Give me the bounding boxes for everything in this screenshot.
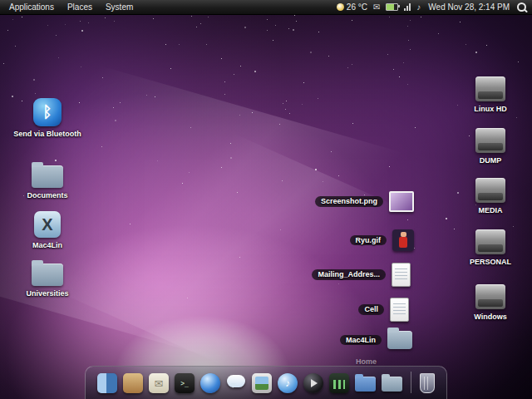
desktop-icon-mailing-address[interactable]: Mailing_Addres...	[312, 263, 411, 287]
sprite-file-icon	[392, 229, 414, 251]
hard-drive-icon	[475, 128, 505, 153]
media-player-icon[interactable]	[303, 373, 323, 393]
battery-icon[interactable]	[386, 3, 398, 11]
weather-temp: 26 °C	[347, 2, 367, 12]
menu-places[interactable]: Places	[62, 2, 98, 12]
mail-app-icon[interactable]	[149, 373, 169, 393]
folder-icon	[32, 264, 63, 286]
music-player-icon[interactable]	[278, 373, 298, 393]
chat-icon[interactable]	[226, 373, 246, 393]
folder-icon	[387, 331, 412, 349]
clock-applet[interactable]: Wed Nov 28, 2:14 PM	[426, 2, 511, 12]
home-folder-label: Home	[356, 357, 377, 366]
hard-drive-icon	[475, 284, 505, 309]
icon-label: Mac4Lin	[340, 335, 382, 345]
network-icon[interactable]	[404, 3, 411, 11]
trash-icon[interactable]	[420, 373, 435, 393]
icon-label: Linux HD	[474, 105, 507, 113]
menu-group: Applications Places System	[3, 2, 139, 12]
desktop-icon-ryu-gif[interactable]: Ryu.gif	[350, 229, 415, 251]
weather-applet[interactable]: 26 °C	[337, 2, 367, 12]
desktop-icon-mac4lin-folder[interactable]: Mac4Lin	[340, 331, 412, 349]
documents-folder-icon[interactable]	[355, 377, 376, 392]
icon-label: Mac4Lin	[32, 241, 62, 249]
icon-label: Documents	[27, 191, 67, 200]
icon-label: Mailing_Addres...	[312, 269, 386, 279]
system-monitor-icon[interactable]	[329, 373, 349, 393]
bluetooth-icon	[33, 98, 62, 126]
icon-label: Cell	[358, 304, 384, 314]
icon-label: Send via Bluetooth	[13, 130, 81, 138]
document-file-icon	[392, 263, 411, 287]
folder-icon	[32, 165, 63, 188]
desktop-icon-media[interactable]: MEDIA	[459, 178, 522, 214]
icon-label: Windows	[474, 313, 506, 321]
icon-label: MEDIA	[479, 206, 503, 214]
image-file-icon	[389, 191, 414, 212]
file-manager-icon[interactable]	[97, 373, 117, 393]
desktop-icon-documents[interactable]: Documents	[12, 161, 82, 200]
desktop-icon-dump[interactable]: DUMP	[459, 128, 522, 165]
desktop[interactable]: Send via Bluetooth Documents Mac4Lin Uni…	[0, 15, 532, 399]
weather-icon	[337, 3, 344, 11]
icon-label: PERSONAL	[470, 258, 511, 266]
desktop-icon-universities[interactable]: Universities	[12, 259, 82, 298]
menu-system[interactable]: System	[100, 2, 139, 12]
desktop-icon-personal[interactable]: PERSONAL	[459, 229, 522, 266]
system-tray: 26 °C ✉ ♪ Wed Nov 28, 2:14 PM	[337, 2, 529, 12]
photos-icon[interactable]	[252, 373, 272, 393]
package-manager-icon[interactable]	[123, 373, 143, 393]
icon-label: Universities	[26, 289, 68, 298]
search-icon[interactable]	[517, 2, 526, 12]
desktop-icon-mac4lin-app[interactable]: Mac4Lin	[12, 211, 82, 249]
dock-separator	[411, 372, 411, 393]
dock	[85, 366, 447, 399]
desktop-icon-linux-hd[interactable]: Linux HD	[459, 76, 522, 113]
icon-label: Screenshot.png	[315, 196, 383, 206]
volume-icon[interactable]: ♪	[416, 3, 421, 12]
terminal-icon[interactable]	[175, 373, 195, 393]
menubar: Applications Places System 26 °C ✉ ♪ Wed…	[0, 0, 532, 15]
mail-tray-icon[interactable]: ✉	[373, 3, 380, 12]
icon-label: Ryu.gif	[350, 235, 387, 245]
icon-label: DUMP	[480, 156, 502, 165]
document-file-icon	[390, 298, 409, 322]
hard-drive-icon	[475, 76, 505, 101]
hard-drive-icon	[475, 178, 505, 203]
desktop-icon-windows[interactable]: Windows	[459, 284, 522, 321]
desktop-icon-send-via-bluetooth[interactable]: Send via Bluetooth	[12, 98, 82, 138]
menu-applications[interactable]: Applications	[3, 2, 60, 12]
desktop-icon-screenshot-png[interactable]: Screenshot.png	[315, 191, 414, 212]
shared-folder-icon[interactable]	[382, 377, 402, 392]
web-browser-icon[interactable]	[200, 373, 220, 393]
desktop-icon-cell[interactable]: Cell	[358, 298, 409, 322]
hard-drive-icon	[475, 229, 505, 254]
x11-icon	[34, 211, 61, 238]
